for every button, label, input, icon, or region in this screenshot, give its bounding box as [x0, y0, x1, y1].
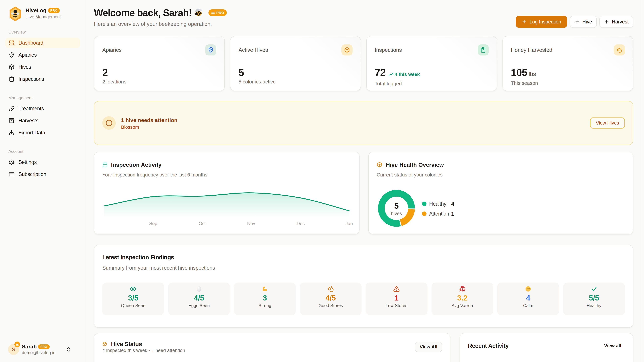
svg-text:Nov: Nov [247, 221, 256, 226]
svg-text:Dec: Dec [297, 221, 305, 226]
svg-text:5: 5 [394, 201, 399, 210]
svg-text:hives: hives [391, 211, 402, 216]
svg-text:Oct: Oct [199, 221, 206, 226]
svg-text:Sep: Sep [149, 221, 157, 226]
svg-text:Jan: Jan [346, 221, 353, 226]
